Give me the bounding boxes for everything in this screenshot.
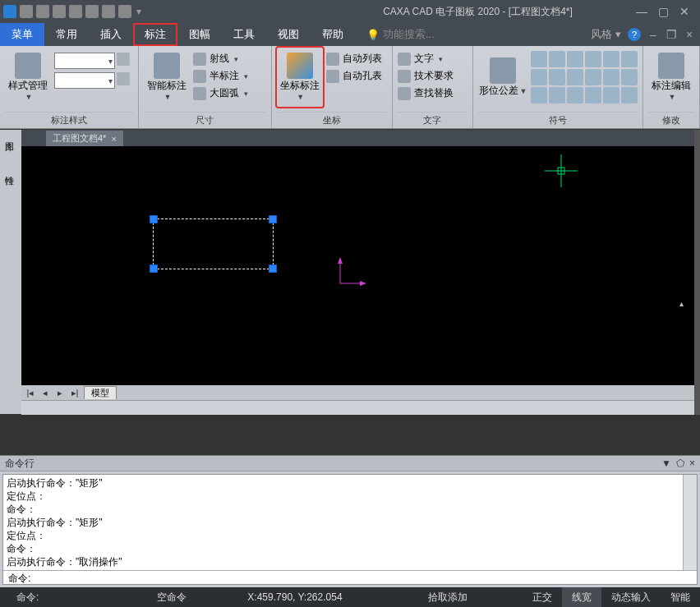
h-scrollbar[interactable] <box>21 400 694 415</box>
tab-tools[interactable]: 工具 <box>222 23 266 46</box>
sheet-first-icon[interactable]: |◂ <box>25 388 36 398</box>
style-combo-1[interactable] <box>54 53 115 69</box>
find-replace-button[interactable]: 查找替换 <box>398 85 454 101</box>
qat-saveas-icon[interactable] <box>69 5 82 18</box>
style-manage-icon <box>15 53 41 79</box>
grip-bottom-right[interactable] <box>269 264 277 273</box>
cmd-dropdown-icon[interactable]: ▼ <box>661 458 671 469</box>
qat-redo-icon[interactable] <box>118 5 131 18</box>
sheet-last-icon[interactable]: ▸| <box>69 388 81 398</box>
sym5-icon[interactable] <box>603 51 619 67</box>
minimize-button[interactable]: — <box>636 5 647 18</box>
sheet-tab-model[interactable]: 模型 <box>84 386 117 399</box>
sym17-icon[interactable] <box>603 87 619 103</box>
grip-bottom-left[interactable] <box>150 264 158 273</box>
tab-view[interactable]: 视图 <box>266 23 311 46</box>
tab-insert[interactable]: 插入 <box>89 23 133 46</box>
group-label-symbol: 符号 <box>478 112 638 128</box>
sym1-icon[interactable] <box>531 51 547 67</box>
smart-dim-icon <box>154 53 180 79</box>
cmd-pin-icon[interactable]: ⬠ <box>676 458 684 469</box>
grip-top-right[interactable] <box>269 215 277 223</box>
qat-save-icon[interactable] <box>53 5 66 18</box>
v-scrollbar[interactable] <box>694 130 700 415</box>
menu-bar: 菜单 常用 插入 标注 图幅 工具 视图 帮助 💡 功能搜索... 风格 ▾ ?… <box>0 23 700 46</box>
mdi-minimize-button[interactable]: – <box>647 28 659 41</box>
command-panel: 命令行 ▼ ⬠ × 启动执行命令："矩形" 定位点： 命令： 启动执行命令："矩… <box>0 455 700 587</box>
half-dim-button[interactable]: 半标注▾ <box>193 68 248 84</box>
status-dyninput[interactable]: 动态输入 <box>601 587 661 607</box>
auto-hole-button[interactable]: 自动孔表 <box>326 68 382 84</box>
status-lineweight[interactable]: 线宽 <box>562 587 601 607</box>
tab-common[interactable]: 常用 <box>44 23 89 46</box>
ray-dim-button[interactable]: 射线▾ <box>193 51 248 67</box>
status-smart[interactable]: 智能 <box>661 587 700 607</box>
group-label-text: 文字 <box>398 112 467 128</box>
sym7-icon[interactable] <box>531 69 547 85</box>
command-input[interactable] <box>34 571 695 585</box>
half-icon <box>193 70 206 83</box>
cmd-v-scrollbar[interactable] <box>683 475 697 570</box>
style-label[interactable]: 风格 ▾ <box>591 27 621 42</box>
auto-list-button[interactable]: 自动列表 <box>326 51 382 67</box>
menu-main[interactable]: 菜单 <box>0 23 44 46</box>
document-area: 工程图文档4*× ▴ |◂ ◂ ▸ ▸| 模型 <box>21 130 694 415</box>
sym13-icon[interactable] <box>531 87 547 103</box>
maximize-button[interactable]: ▢ <box>657 5 669 18</box>
tech-req-button[interactable]: 技术要求 <box>398 68 454 84</box>
sym9-icon[interactable] <box>567 69 583 85</box>
sheet-prev-icon[interactable]: ◂ <box>39 388 51 398</box>
qat-open-icon[interactable] <box>36 5 49 18</box>
doc-tab-close-icon[interactable]: × <box>111 134 116 144</box>
cmd-close-icon[interactable]: × <box>689 458 695 469</box>
qat-print-icon[interactable] <box>85 5 99 18</box>
sym10-icon[interactable] <box>585 69 601 85</box>
sym2-icon[interactable] <box>549 51 565 67</box>
document-tab[interactable]: 工程图文档4*× <box>46 131 123 146</box>
crosshair-cursor <box>545 154 578 187</box>
sym15-icon[interactable] <box>567 87 583 103</box>
close-button[interactable]: ✕ <box>679 5 690 18</box>
arc-dim-button[interactable]: 大圆弧▾ <box>193 85 248 101</box>
sym12-icon[interactable] <box>621 69 638 85</box>
dim-edit-icon <box>658 53 684 79</box>
style-manage-button[interactable]: 样式管理▼ <box>5 48 51 107</box>
text-button[interactable]: 文字▾ <box>398 51 454 67</box>
sym14-icon[interactable] <box>549 87 565 103</box>
search-input[interactable]: 功能搜索... <box>383 27 440 42</box>
status-cmd: 命令: <box>7 587 48 607</box>
sym4-icon[interactable] <box>585 51 601 67</box>
style-apply-icon[interactable] <box>117 53 130 66</box>
sym11-icon[interactable] <box>603 69 619 85</box>
qat-undo-icon[interactable] <box>102 5 115 18</box>
status-pick[interactable]: 拾取添加 <box>418 587 477 607</box>
mdi-close-button[interactable]: × <box>684 28 695 41</box>
sheet-next-icon[interactable]: ▸ <box>54 388 66 398</box>
sym6-icon[interactable] <box>621 51 638 67</box>
grip-top-left[interactable] <box>150 215 158 223</box>
group-label-modify: 修改 <box>648 112 694 128</box>
scroll-up-icon[interactable]: ▴ <box>679 299 687 306</box>
dock-tab-library[interactable]: 图库 <box>0 130 19 140</box>
mdi-restore-button[interactable]: ❐ <box>665 28 677 41</box>
status-ortho[interactable]: 正交 <box>523 587 562 607</box>
sym16-icon[interactable] <box>585 87 601 103</box>
qat-new-icon[interactable] <box>20 5 33 18</box>
selected-rectangle[interactable] <box>153 218 274 269</box>
style-combo-2[interactable] <box>54 72 115 89</box>
smart-dim-button[interactable]: 智能标注▼ <box>144 48 190 107</box>
dim-edit-button[interactable]: 标注编辑▼ <box>648 48 694 107</box>
tab-annotate[interactable]: 标注 <box>133 23 177 46</box>
sym8-icon[interactable] <box>549 69 565 85</box>
sym18-icon[interactable] <box>621 87 638 103</box>
style-apply2-icon[interactable] <box>117 72 130 85</box>
drawing-canvas[interactable]: ▴ <box>21 146 694 385</box>
ordinate-dim-button[interactable]: 坐标标注▼ <box>277 48 323 107</box>
dock-tab-properties[interactable]: 特性 <box>0 164 19 174</box>
app-icon <box>3 5 16 18</box>
tab-drawing[interactable]: 图幅 <box>177 23 222 46</box>
gdt-button[interactable]: 形位公差▼ <box>478 48 527 107</box>
help-icon[interactable]: ? <box>628 28 641 41</box>
sym3-icon[interactable] <box>567 51 583 67</box>
tab-help[interactable]: 帮助 <box>311 23 355 46</box>
